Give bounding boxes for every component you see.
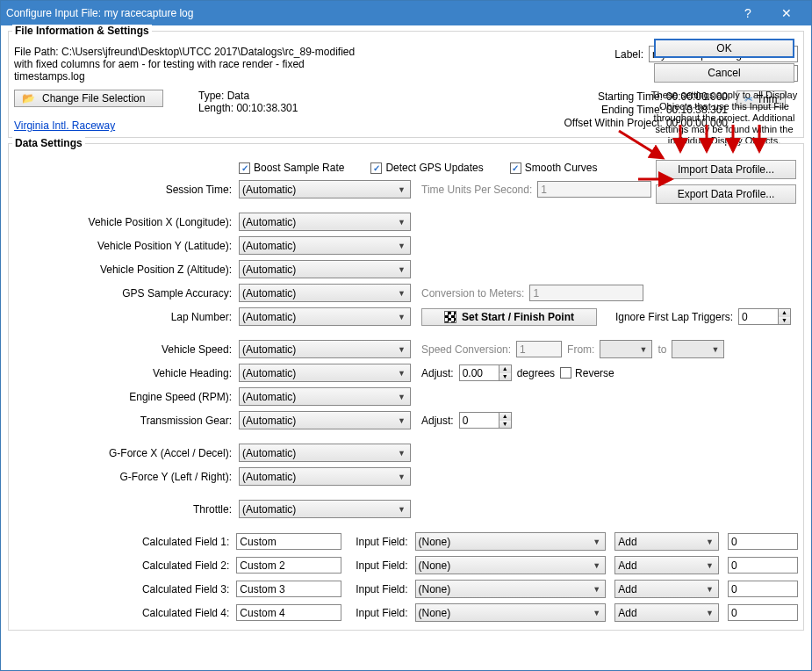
heading-adjust-stepper[interactable]: ▲▼ [459, 364, 512, 381]
calc-name-input[interactable] [236, 557, 341, 574]
gear-select[interactable]: (Automatic)▼ [239, 411, 411, 429]
boost-checkbox[interactable]: ✓Boost Sample Rate [239, 162, 344, 174]
heading-select[interactable]: (Automatic)▼ [239, 364, 411, 382]
gforce-y-select[interactable]: (Automatic)▼ [239, 467, 411, 486]
ok-button[interactable]: OK [654, 39, 794, 58]
data-settings-group: Data Settings Import Data Profile... Exp… [8, 143, 804, 631]
tups-input [537, 181, 651, 198]
smooth-curves-checkbox[interactable]: ✓Smooth Curves [510, 162, 598, 174]
calc-op-select[interactable]: Add▼ [614, 603, 719, 622]
change-file-button[interactable]: 📂 Change File Selection [14, 90, 163, 107]
gps-accuracy-select[interactable]: (Automatic)▼ [239, 284, 411, 302]
speed-from-select: ▼ [600, 340, 652, 358]
folder-open-icon: 📂 [22, 92, 35, 105]
gforce-x-select[interactable]: (Automatic)▼ [239, 444, 411, 462]
label-label: Label: [614, 48, 643, 61]
import-profile-button[interactable]: Import Data Profile... [656, 160, 796, 179]
detect-gps-checkbox[interactable]: ✓Detect GPS Updates [370, 162, 483, 174]
window-title: Configure Input File: my racecapture log [6, 7, 729, 19]
calc-field-row: Calculated Field 2:Input Field:(None)▼Ad… [14, 553, 798, 577]
longitude-select[interactable]: (Automatic)▼ [239, 213, 411, 231]
gear-adjust-stepper[interactable]: ▲▼ [459, 412, 512, 429]
calc-value-input[interactable] [728, 533, 798, 550]
calc-field-row: Calculated Field 3:Input Field:(None)▼Ad… [14, 577, 798, 601]
set-start-finish-button[interactable]: Set Start / Finish Point [421, 308, 597, 326]
calc-name-input[interactable] [236, 533, 341, 550]
settings-note: These settings apply to all Display Obje… [645, 90, 803, 147]
latitude-select[interactable]: (Automatic)▼ [239, 236, 411, 255]
calc-field-row: Calculated Field 4:Input Field:(None)▼Ad… [14, 601, 798, 624]
conv-meters-input [529, 285, 643, 301]
titlebar: Configure Input File: my racecapture log… [1, 1, 811, 25]
export-profile-button[interactable]: Export Data Profile... [656, 184, 796, 204]
help-button[interactable]: ? [729, 1, 767, 25]
calc-inputfield-select[interactable]: (None)▼ [415, 532, 607, 551]
file-info-group: File Information & Settings File Path: C… [8, 31, 804, 138]
altitude-select[interactable]: (Automatic)▼ [239, 260, 411, 278]
session-time-label: Session Time: [14, 184, 239, 196]
calc-inputfield-select[interactable]: (None)▼ [415, 603, 607, 622]
throttle-select[interactable]: (Automatic)▼ [239, 500, 411, 518]
cancel-button[interactable]: Cancel [654, 63, 794, 83]
checkered-flag-icon [444, 311, 456, 323]
calc-inputfield-select[interactable]: (None)▼ [415, 580, 607, 598]
file-path-text: File Path: C:\Users\jfreund\Desktop\UTCC… [14, 46, 356, 83]
ignore-first-lap-stepper[interactable]: ▲▼ [738, 308, 791, 325]
vehicle-speed-select[interactable]: (Automatic)▼ [239, 340, 411, 358]
track-link[interactable]: Virginia Intl. Raceway [14, 119, 115, 132]
speed-to-select: ▼ [672, 340, 724, 358]
rpm-select[interactable]: (Automatic)▼ [239, 387, 411, 406]
file-info-legend: File Information & Settings [12, 25, 152, 37]
calc-value-input[interactable] [728, 581, 798, 597]
calc-op-select[interactable]: Add▼ [614, 532, 719, 551]
speed-conv-input [516, 341, 562, 357]
calc-name-input[interactable] [236, 581, 341, 597]
data-settings-legend: Data Settings [12, 137, 85, 149]
calc-op-select[interactable]: Add▼ [614, 580, 719, 598]
calc-value-input[interactable] [728, 557, 798, 574]
close-button[interactable]: ✕ [767, 1, 806, 25]
calc-field-row: Calculated Field 1:Input Field:(None)▼Ad… [14, 530, 798, 553]
calc-value-input[interactable] [728, 604, 798, 621]
calc-name-input[interactable] [236, 604, 341, 621]
calc-inputfield-select[interactable]: (None)▼ [415, 556, 607, 574]
reverse-checkbox[interactable]: Reverse [560, 367, 614, 379]
calc-op-select[interactable]: Add▼ [614, 556, 719, 574]
session-time-select[interactable]: (Automatic)▼ [239, 180, 411, 198]
lap-number-select[interactable]: (Automatic)▼ [239, 307, 411, 326]
tups-label: Time Units Per Second: [421, 184, 532, 196]
